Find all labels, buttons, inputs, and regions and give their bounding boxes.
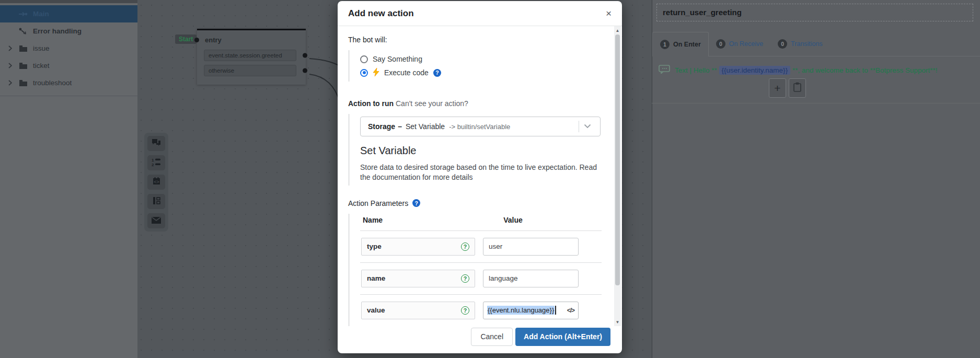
param-name-box[interactable]: type ? [361,238,475,256]
split-router-tool-button[interactable] [147,194,165,209]
param-value-input[interactable] [483,270,579,287]
radio-say-something[interactable]: Say Something [360,52,604,66]
parameters-table: Name Value type ? name ? [348,214,600,326]
chevron-right-icon[interactable] [6,45,14,51]
bot-will-label: The bot will: [348,36,604,44]
param-name-box[interactable]: value ? [361,302,475,319]
chat-bubbles-icon [152,138,161,148]
dialog-scrollbar[interactable]: ▲ ▼ [614,26,621,326]
node-inspector-panel: return_user_greeting 1 On Enter 0 On Rec… [652,0,980,358]
sidebar-item-troubleshoot[interactable]: troubleshoot [0,74,137,91]
dialog-header: Add new action × [338,1,622,26]
tab-on-receive[interactable]: 0 On Receive [709,32,770,56]
envelope-icon [152,216,161,226]
flow-node-entry[interactable]: entry event.state.session.greeted otherw… [197,29,306,85]
param-help-icon[interactable]: ? [461,306,469,315]
sidebar-item-main[interactable]: Main [0,5,137,22]
param-row-type: type ? [361,238,600,256]
param-help-icon[interactable]: ? [461,242,469,251]
paste-action-button[interactable] [789,78,806,98]
start-label: Start [175,34,197,44]
action-select-section: Storage – Set Variable -> builtin/setVar… [348,114,604,186]
node-output-port[interactable] [303,68,307,73]
sidebar-item-label: issue [33,44,50,52]
selected-text: {{event.nlu.language}} [487,306,555,315]
dialog-body: The bot will: Say Something Execute code… [338,26,622,326]
add-action-submit-button[interactable]: Add Action (Alt+Enter) [515,328,610,346]
sidebar-item-label: ticket [33,62,50,70]
scroll-down-icon[interactable]: ▼ [614,318,621,326]
cant-see-action-link[interactable]: Can't see your action? [396,99,468,108]
inspector-divider [652,103,980,103]
add-action-button[interactable]: + [769,78,786,98]
dialog-title: Add new action [348,8,414,19]
sidebar-item-label: troubleshoot [33,79,72,87]
tab-count-badge: 1 [660,40,670,49]
tab-count-badge: 0 [778,39,787,49]
action-to-run-label: Action to run Can't see your action? [348,99,604,108]
code-editor-icon[interactable]: </> [567,307,574,314]
split-router-icon [152,197,160,207]
action-text: Text | Hello ** {{user.identity.name}} *… [675,66,938,74]
help-icon[interactable]: ? [412,199,420,207]
numbered-list-tool-button[interactable]: 1 2 [147,155,165,170]
svg-text:1: 1 [152,158,154,163]
radio-execute-code[interactable]: Execute code ? [360,66,604,79]
node-palette: 1 2 <> [144,133,168,232]
param-name-box[interactable]: name ? [361,270,475,287]
cancel-button[interactable]: Cancel [471,328,513,346]
node-name-field[interactable]: return_user_greeting [656,4,973,21]
template-variable-chip: {{user.identity.name}} [719,66,791,75]
node-condition[interactable]: otherwise [204,65,296,76]
flow-sidebar: Main Error handling issue t [0,0,137,358]
param-help-icon[interactable]: ? [461,274,469,283]
code-block-tool-button[interactable]: <> [147,175,165,190]
node-input-port[interactable] [194,38,199,42]
svg-text:2: 2 [152,163,154,166]
sidebar-item-error-handling[interactable]: Error handling [0,22,137,40]
action-type-group: Say Something Execute code ? [348,50,604,82]
on-enter-action-item[interactable]: Text | Hello ** {{user.identity.name}} *… [659,65,938,75]
action-select[interactable]: Storage – Set Variable -> builtin/setVar… [360,117,601,136]
numbered-list-icon: 1 2 [152,158,161,168]
folder-icon [18,45,28,52]
node-title[interactable]: entry [197,30,306,46]
scrollbar-thumb[interactable] [615,34,620,285]
sidebar-item-issue[interactable]: issue [0,40,137,57]
tab-transitions[interactable]: 0 Transitions [770,32,830,56]
inspector-tabs: 1 On Enter 0 On Receive 0 Transitions [652,32,980,56]
sidebar-divider [0,96,137,96]
table-header: Name Value [361,214,600,230]
node-output-port[interactable] [303,53,307,58]
chevron-right-icon[interactable] [6,63,14,68]
tab-count-badge: 0 [716,39,725,49]
param-row-name: name ? [361,270,600,287]
lightning-icon [373,68,379,78]
scroll-up-icon[interactable]: ▲ [614,27,621,34]
param-value-input[interactable]: {{event.nlu.language}} </> [483,302,579,319]
chat-bubble-icon [659,65,670,75]
tab-on-enter[interactable]: 1 On Enter [652,32,709,56]
chevron-down-icon[interactable] [579,123,596,130]
say-something-tool-button[interactable] [147,136,165,151]
sidebar-item-ticket[interactable]: ticket [0,57,137,74]
add-action-dialog: Add new action × The bot will: Say Somet… [338,1,622,353]
app-window: Main Error handling issue t [0,0,980,358]
code-block-icon: <> [152,177,161,188]
radio-selected-icon[interactable] [360,69,368,77]
action-name-heading: Set Variable [360,145,604,157]
help-icon[interactable]: ? [433,69,441,77]
radio-icon[interactable] [360,55,368,63]
sidebar-item-label: Error handling [33,27,82,35]
close-icon[interactable]: × [606,8,612,18]
text-caret [555,306,556,315]
dialog-footer: Cancel Add Action (Alt+Enter) [338,326,622,353]
plus-icon: + [774,82,780,95]
email-tool-button[interactable] [147,213,165,228]
error-handling-icon [18,28,28,34]
folder-icon [18,62,28,69]
main-flow-icon [18,11,28,17]
node-condition[interactable]: event.state.session.greeted [204,50,296,61]
param-value-input[interactable] [483,238,579,256]
chevron-right-icon[interactable] [6,80,14,86]
